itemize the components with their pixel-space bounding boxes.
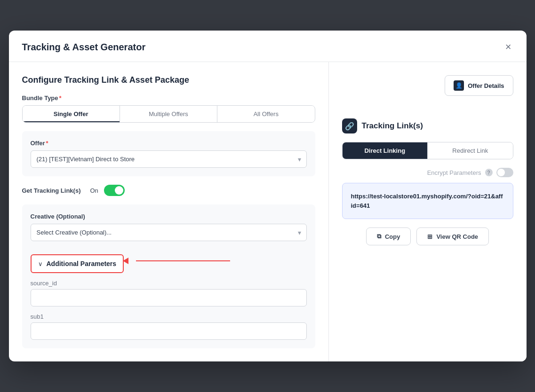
arrow-head: [123, 258, 128, 264]
link-icon: 🔗: [342, 118, 357, 133]
linking-tab-group: Direct Linking Redirect Link: [342, 142, 513, 159]
modal-header: Tracking & Asset Generator ×: [9, 31, 527, 62]
left-panel: Configure Tracking Link & Asset Package …: [9, 62, 329, 361]
toggle-knob: [115, 186, 123, 195]
toggle-state-text: On: [90, 187, 98, 194]
offer-details-icon: 👤: [454, 80, 464, 91]
additional-params-toggle[interactable]: ∨ Additional Parameters: [31, 254, 124, 273]
source-id-group: source_id: [31, 280, 307, 306]
modal-title: Tracking & Asset Generator: [22, 42, 146, 53]
sub1-input[interactable]: [31, 322, 307, 340]
tracking-toggle-row: Get Tracking Link(s) On: [22, 185, 315, 196]
copy-button[interactable]: ⧉ Copy: [366, 227, 411, 245]
bundle-type-group: Single Offer Multiple Offers All Offers: [22, 105, 315, 123]
tab-redirect-link[interactable]: Redirect Link: [427, 142, 513, 159]
right-panel: 👤 Offer Details 🔗 Tracking Link(s) Direc…: [329, 62, 527, 361]
offer-label: Offer*: [31, 140, 307, 147]
copy-icon: ⧉: [377, 233, 381, 240]
sub1-group: sub1: [31, 313, 307, 340]
bundle-single-offer[interactable]: Single Offer: [23, 106, 120, 122]
offer-section: Offer* (21) [TEST][Vietnam] Direct to St…: [22, 131, 315, 176]
page-title: Configure Tracking Link & Asset Package: [22, 75, 315, 85]
creative-label: Creative (Optional): [31, 213, 307, 220]
tracking-links-title: Tracking Link(s): [362, 121, 423, 131]
tracking-toggle-label: Get Tracking Link(s): [22, 187, 81, 194]
qr-label: View QR Code: [436, 233, 478, 240]
creative-select-wrapper: Select Creative (Optional)... ▾: [31, 224, 307, 241]
bundle-all-offers[interactable]: All Offers: [217, 106, 314, 122]
chevron-down-icon: ∨: [38, 260, 43, 267]
action-buttons: ⧉ Copy ⊞ View QR Code: [342, 227, 513, 245]
offer-details-button[interactable]: 👤 Offer Details: [445, 75, 513, 96]
encrypt-toggle-knob: [497, 169, 505, 176]
arrow-annotation: [124, 258, 230, 264]
tab-direct-linking[interactable]: Direct Linking: [343, 142, 428, 159]
offer-details-label: Offer Details: [468, 82, 504, 89]
source-id-label: source_id: [31, 280, 307, 287]
offer-select[interactable]: (21) [TEST][Vietnam] Direct to Store: [31, 150, 307, 168]
arrow-line: [136, 260, 230, 261]
close-button[interactable]: ×: [503, 40, 513, 54]
encrypt-label: Encrypt Parameters: [427, 169, 481, 176]
encrypt-toggle[interactable]: [496, 168, 513, 177]
tracking-toggle[interactable]: [104, 185, 125, 196]
encrypt-row: Encrypt Parameters ?: [342, 168, 513, 177]
modal-overlay: Tracking & Asset Generator × Configure T…: [0, 0, 535, 392]
modal: Tracking & Asset Generator × Configure T…: [9, 31, 527, 361]
qr-icon: ⊞: [427, 233, 432, 240]
additional-params-label: Additional Parameters: [47, 260, 117, 267]
source-id-input[interactable]: [31, 289, 307, 306]
view-qr-button[interactable]: ⊞ View QR Code: [416, 227, 489, 245]
bundle-multiple-offers[interactable]: Multiple Offers: [120, 106, 217, 122]
tracking-link-url: https://test-localstore01.myshopify.com/…: [351, 193, 503, 209]
offer-select-wrapper: (21) [TEST][Vietnam] Direct to Store ▾: [31, 150, 307, 168]
modal-body: Configure Tracking Link & Asset Package …: [9, 62, 527, 361]
copy-label: Copy: [385, 233, 400, 240]
bundle-type-label: Bundle Type*: [22, 94, 315, 102]
creative-section: Creative (Optional) Select Creative (Opt…: [22, 204, 315, 348]
help-icon[interactable]: ?: [485, 169, 493, 176]
tracking-links-header: 🔗 Tracking Link(s): [342, 118, 513, 133]
creative-select[interactable]: Select Creative (Optional)...: [31, 224, 307, 241]
link-box: https://test-localstore01.myshopify.com/…: [342, 183, 513, 219]
sub1-label: sub1: [31, 313, 307, 320]
